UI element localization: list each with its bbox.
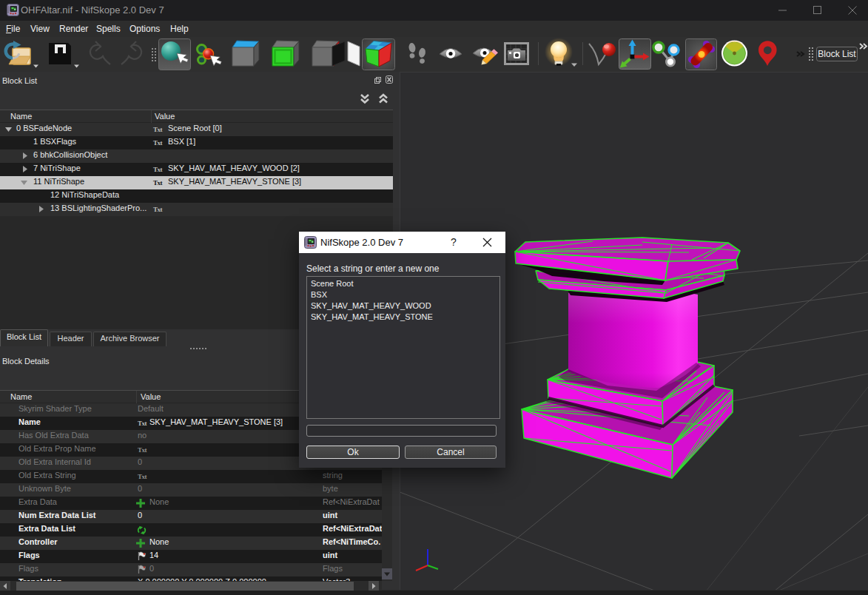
svg-text:Block List: Block List	[818, 49, 856, 59]
